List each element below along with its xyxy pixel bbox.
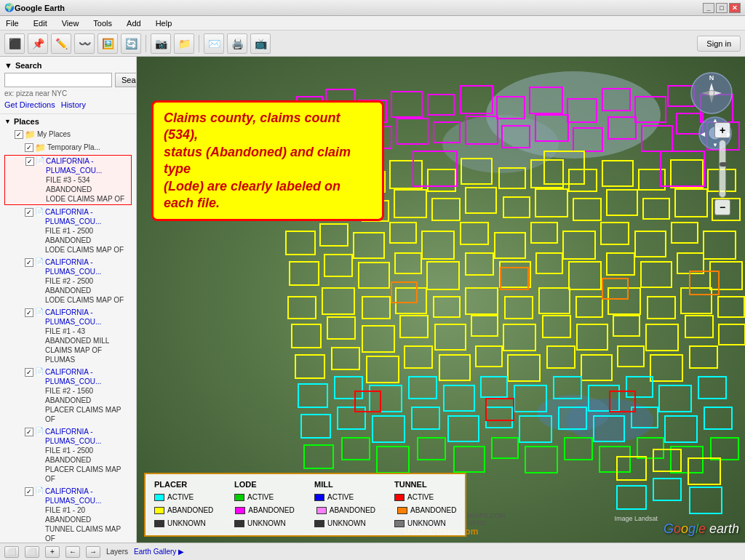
title-bar: 🌍 Google Earth _ □ ✕ xyxy=(0,0,745,16)
kml-item-1[interactable]: ✓ 📄 CALIFORNIA - PLUMAS_COU...FILE #1 - … xyxy=(4,207,132,255)
my-places-label: My Places xyxy=(37,129,131,139)
menu-add[interactable]: Add xyxy=(124,17,144,29)
kml-item-5-checkbox[interactable]: ✓ xyxy=(25,428,33,436)
window-title: Google Earth xyxy=(15,4,65,12)
toolbar-separator-1 xyxy=(146,35,146,52)
legend-active-row: ACTIVE ACTIVE ACTIVE xyxy=(154,493,456,503)
legend-col-mill: MILL xyxy=(314,480,372,489)
zoom-out-button[interactable]: − xyxy=(714,199,730,215)
left-panel: ▼ Search Search ex: pizza near NYC Get D… xyxy=(0,57,137,543)
kml-item-0[interactable]: ✓ 📄 CALIFORNIA - PLUMAS_COU...FILE #3 - … xyxy=(4,155,132,205)
temp-places-folder-icon: 📁 xyxy=(35,143,46,153)
kml-item-3[interactable]: ✓ 📄 CALIFORNIA - PLUMAS_COU...FILE #1 - … xyxy=(4,307,132,365)
kml-item-4-icon: 📄 xyxy=(35,367,44,375)
toolbar-btn-media[interactable]: 📺 xyxy=(250,33,271,54)
legend-lode-abandoned: ABANDONED xyxy=(235,506,294,516)
menu-help[interactable]: Help xyxy=(153,17,175,29)
layers-label: Layers xyxy=(106,548,128,556)
toolbar-btn-camera[interactable]: 📷 xyxy=(151,33,171,54)
svg-text:◀: ◀ xyxy=(701,131,706,137)
kml-item-6-checkbox[interactable]: ✓ xyxy=(25,487,33,496)
toolbar-btn-placemark[interactable]: 📌 xyxy=(28,33,48,54)
legend-placer-unknown: UNKNOWN xyxy=(154,519,212,529)
kml-item-6[interactable]: ✓ 📄 CALIFORNIA - PLUMAS_COU...FILE #1 - … xyxy=(4,486,132,543)
status-navigate-button[interactable]: + xyxy=(45,546,60,558)
annotation-bubble: Claims county, claims count (534),status… xyxy=(151,100,384,221)
map-area[interactable]: Claims county, claims count (534),status… xyxy=(137,57,745,543)
menu-file[interactable]: File xyxy=(3,17,22,29)
search-triangle[interactable]: ▼ xyxy=(4,61,12,70)
ge-brand-earth: earth xyxy=(709,521,739,536)
svg-point-180 xyxy=(709,90,714,96)
annotation-text: Claims county, claims count (534),status… xyxy=(164,110,372,212)
toolbar-btn-record[interactable]: 🔄 xyxy=(121,33,141,54)
search-header: ▼ Search xyxy=(4,61,132,70)
toolbar: ⬛ 📌 ✏️ 〰️ 🖼️ 🔄 📷 📁 ✉️ 🖨️ 📺 Sign in xyxy=(0,31,745,57)
toolbar-btn-email[interactable]: ✉️ xyxy=(204,33,224,54)
kml-item-3-checkbox[interactable]: ✓ xyxy=(25,308,33,317)
menu-tools[interactable]: Tools xyxy=(90,17,115,29)
toolbar-btn-folder[interactable]: 📁 xyxy=(174,33,194,54)
status-move-button[interactable]: ← xyxy=(65,546,80,558)
kml-item-2-label: CALIFORNIA - PLUMAS_COU...FILE #2 - 2500… xyxy=(45,257,131,305)
zoom-slider-handle[interactable] xyxy=(720,162,727,167)
zoom-slider[interactable] xyxy=(719,140,726,198)
menu-view[interactable]: View xyxy=(59,17,82,29)
kml-item-5[interactable]: ✓ 📄 CALIFORNIA - PLUMAS_COU...FILE #1 - … xyxy=(4,426,132,484)
status-right-button[interactable]: → xyxy=(86,546,100,558)
toolbar-btn-print[interactable]: 🖨️ xyxy=(227,33,247,54)
toolbar-btn-path[interactable]: 〰️ xyxy=(74,33,95,54)
legend-lode-unknown: UNKNOWN xyxy=(234,519,292,529)
ge-brand-e: e xyxy=(698,521,706,536)
kml-item-6-icon: 📄 xyxy=(35,487,44,495)
nav-compass[interactable]: N xyxy=(690,71,733,115)
my-places-checkbox[interactable]: ✓ xyxy=(15,130,23,139)
places-triangle[interactable]: ▼ xyxy=(4,118,11,125)
legend-mill-active: ACTIVE xyxy=(314,493,372,503)
kml-item-4-label: CALIFORNIA - PLUMAS_COU...FILE #2 - 1560… xyxy=(45,367,131,424)
maximize-button[interactable]: □ xyxy=(716,3,728,13)
status-btn-2[interactable]: ⬜ xyxy=(25,546,39,558)
status-bar: ⬜ ⬜ + ← → Layers Earth Gallery ▶ xyxy=(0,543,745,560)
kml-item-1-checkbox[interactable]: ✓ xyxy=(25,208,33,217)
kml-item-2[interactable]: ✓ 📄 CALIFORNIA - PLUMAS_COU...FILE #2 - … xyxy=(4,257,132,305)
legend-title-row: PLACER LODE MILL TUNNEL xyxy=(154,480,456,489)
ge-brand-g: G xyxy=(664,521,674,536)
toolbar-btn-polygon[interactable]: ✏️ xyxy=(51,33,71,54)
search-links-row: Get Directions History xyxy=(4,100,132,109)
window-controls: _ □ ✕ xyxy=(703,3,741,13)
zoom-controls: + − xyxy=(714,122,730,215)
get-directions-link[interactable]: Get Directions xyxy=(4,100,55,109)
menu-edit[interactable]: Edit xyxy=(31,17,50,29)
minimize-button[interactable]: _ xyxy=(703,3,714,13)
earth-gallery-link[interactable]: Earth Gallery ▶ xyxy=(134,548,184,556)
search-input[interactable] xyxy=(4,73,112,87)
history-link[interactable]: History xyxy=(61,100,86,109)
kml-item-2-checkbox[interactable]: ✓ xyxy=(25,258,33,267)
toolbar-btn-overlay[interactable]: 🖼️ xyxy=(97,33,118,54)
legend-lode-active: ACTIVE xyxy=(234,493,292,503)
legend-tunnel-abandoned: ABANDONED xyxy=(397,506,456,516)
kml-item-4[interactable]: ✓ 📄 CALIFORNIA - PLUMAS_COU...FILE #2 - … xyxy=(4,367,132,425)
zoom-in-button[interactable]: + xyxy=(714,122,730,138)
temp-places-checkbox[interactable]: ✓ xyxy=(25,143,33,152)
temp-places-item[interactable]: ✓ 📁 Temporary Pla... xyxy=(4,142,132,153)
search-input-row: Search xyxy=(4,73,132,87)
legend-placer-active: ACTIVE xyxy=(154,493,212,503)
kml-item-0-checkbox[interactable]: ✓ xyxy=(25,157,34,166)
legend-unknown-row: UNKNOWN UNKNOWN UNKNOWN xyxy=(154,519,456,529)
legend-col-placer: PLACER xyxy=(154,480,212,489)
kml-item-4-checkbox[interactable]: ✓ xyxy=(25,368,33,377)
close-button[interactable]: ✕ xyxy=(729,3,741,13)
search-button[interactable]: Search xyxy=(115,73,137,87)
ge-brand-o1: o xyxy=(674,521,681,536)
legend-tunnel-unknown: UNKNOWN xyxy=(394,519,453,529)
toolbar-btn-view[interactable]: ⬛ xyxy=(4,33,25,54)
my-places-item[interactable]: ✓ 📁 My Places xyxy=(4,129,132,140)
legend-abandoned-row: ABANDONED ABANDONED ABANDONED xyxy=(154,506,456,516)
places-tree: ✓ 📁 My Places ✓ 📁 Temporary Pla... ✓ 📄 C… xyxy=(4,129,132,543)
sign-in-button[interactable]: Sign in xyxy=(697,36,741,52)
places-section: ▼ Places ✓ 📁 My Places ✓ 📁 Temporary Pla… xyxy=(0,114,136,543)
kml-item-5-label: CALIFORNIA - PLUMAS_COU...FILE #1 - 2500… xyxy=(45,427,131,484)
status-btn-1[interactable]: ⬜ xyxy=(4,546,19,558)
